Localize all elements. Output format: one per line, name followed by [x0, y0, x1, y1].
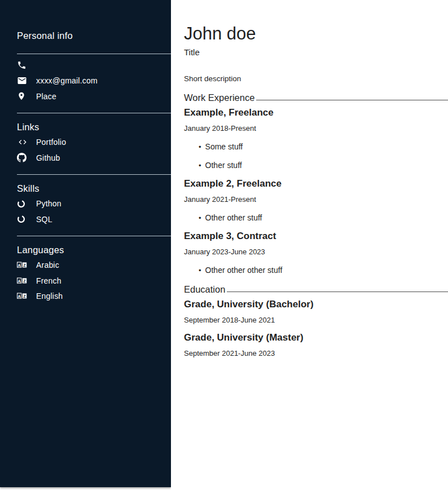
sidebar-divider: [17, 174, 171, 175]
entry-title: Example, Freelance: [184, 108, 448, 117]
bullet-list: Other other other stuff: [184, 266, 448, 275]
sidebar-item-label: Github: [36, 153, 60, 162]
sidebar-item-list: PythonSQL: [0, 196, 171, 227]
resume-entry: Example 2, FreelanceJanuary 2021-Present…: [184, 179, 448, 222]
sidebar-item-list: PortfolioGithub: [0, 135, 171, 166]
bullet-list: Other other stuff: [184, 214, 448, 222]
svg-text:Z: Z: [23, 263, 26, 267]
sidebar-item-english: AZEnglish: [0, 289, 171, 304]
skill-circle-icon: [17, 215, 28, 223]
sidebar-divider: [17, 113, 171, 113]
skill-circle-icon: [17, 200, 28, 208]
entry-period: January 2023-June 2023: [184, 248, 448, 255]
code-icon: [17, 138, 28, 147]
section-heading: Work Experience: [184, 92, 448, 103]
sidebar-section-title: Links: [0, 121, 171, 133]
sidebar-item-label: Place: [36, 92, 56, 101]
section-heading-text: Education: [184, 284, 225, 294]
bullet-item: Other other stuff: [199, 214, 448, 222]
entry-title: Example 2, Freelance: [184, 179, 448, 188]
sidebar-section-title: Languages: [0, 244, 171, 255]
translate-icon: AZ: [17, 293, 28, 299]
svg-text:Z: Z: [23, 279, 26, 282]
section-heading-rule: [227, 292, 448, 292]
sidebar-item-list: xxxx@gmail.comPlace: [0, 58, 171, 104]
entry-period: September 2018-June 2021: [184, 316, 448, 324]
entry-period: September 2021-June 2023: [184, 350, 448, 357]
resume-entry: Grade, University (Master)September 2021…: [184, 333, 448, 357]
sidebar-item-github[interactable]: Github: [0, 150, 171, 166]
sidebar-item-label: Python: [36, 199, 62, 208]
bullet-item: Other other other stuff: [199, 266, 448, 275]
section-heading-text: Work Experience: [184, 92, 254, 103]
main-sections: Work ExperienceExample, FreelanceJanuary…: [184, 92, 448, 357]
section-heading: Education: [184, 284, 448, 294]
sidebar-item-label: Arabic: [36, 261, 59, 270]
sidebar-item-label: English: [36, 292, 63, 301]
entry-title: Grade, University (Master): [184, 333, 448, 342]
sidebar: Personal infoxxxx@gmail.comPlaceLinksPor…: [0, 0, 171, 487]
resume-entry: Example 3, ContractJanuary 2023-June 202…: [184, 231, 448, 275]
bullet-item: Some stuff: [199, 143, 448, 151]
sidebar-item-label: SQL: [36, 215, 52, 224]
entry-period: January 2018-Present: [184, 125, 448, 132]
section-heading-rule: [256, 100, 448, 100]
resume-main: John doe Title Short description Work Ex…: [171, 0, 448, 490]
phone-icon: [17, 60, 28, 70]
sidebar-section-title: Skills: [0, 183, 171, 194]
sidebar-item-sql: SQL: [0, 211, 171, 227]
translate-icon: AZ: [17, 262, 28, 268]
sidebar-divider: [17, 236, 171, 236]
page-title: John doe: [184, 25, 448, 42]
svg-text:A: A: [18, 263, 21, 267]
sidebar-section-title: Personal info: [0, 30, 171, 41]
place-icon: [17, 91, 28, 101]
resume-entry: Example, FreelanceJanuary 2018-PresentSo…: [184, 108, 448, 170]
svg-text:A: A: [18, 279, 21, 282]
entry-title: Grade, University (Bachelor): [184, 299, 448, 309]
sidebar-sections: Personal infoxxxx@gmail.comPlaceLinksPor…: [0, 30, 171, 304]
sidebar-item-python: Python: [0, 196, 171, 212]
person-title: Title: [184, 48, 448, 56]
sidebar-item-list: AZArabicAZFrenchAZEnglish: [0, 258, 171, 304]
svg-text:A: A: [18, 294, 21, 298]
sidebar-divider: [17, 54, 171, 54]
sidebar-item-arabic: AZArabic: [0, 258, 171, 273]
email-icon: [17, 76, 28, 86]
sidebar-item-place: Place: [0, 89, 171, 104]
entry-period: January 2021-Present: [184, 196, 448, 203]
sidebar-item-label: Portfolio: [36, 138, 66, 147]
short-description: Short description: [184, 75, 448, 83]
sidebar-item-label: xxxx@gmail.com: [36, 76, 98, 85]
bullet-item: Other stuff: [199, 161, 448, 170]
svg-text:Z: Z: [23, 294, 26, 298]
sidebar-item-label: French: [36, 276, 62, 285]
resume-entry: Grade, University (Bachelor)September 20…: [184, 299, 448, 324]
sidebar-item-phone: [0, 58, 171, 73]
bullet-list: Some stuffOther stuff: [184, 143, 448, 170]
entry-title: Example 3, Contract: [184, 231, 448, 241]
github-icon: [17, 153, 28, 162]
sidebar-item-xxxx-gmail-com[interactable]: xxxx@gmail.com: [0, 73, 171, 89]
sidebar-item-french: AZFrench: [0, 273, 171, 289]
sidebar-item-portfolio[interactable]: Portfolio: [0, 135, 171, 151]
translate-icon: AZ: [17, 277, 28, 284]
